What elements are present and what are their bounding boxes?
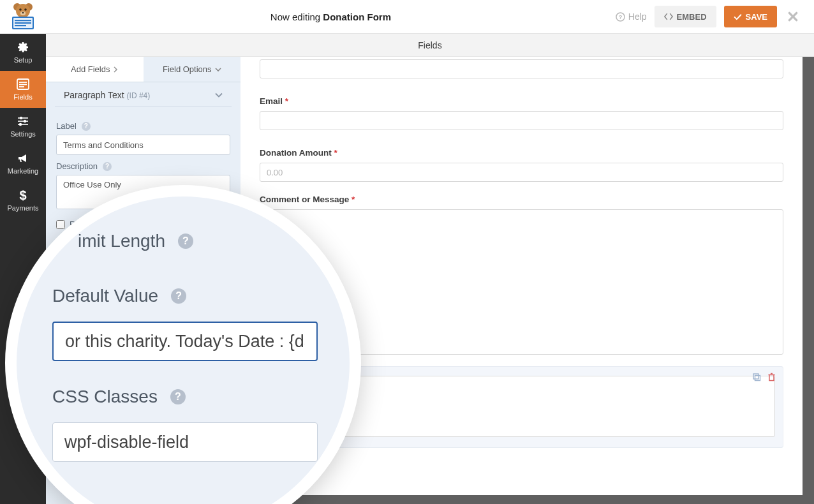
svg-rect-25 (753, 374, 759, 379)
chevron-down-icon (215, 93, 223, 98)
required-asterisk: * (285, 96, 288, 106)
css-classes-section: CSS Classes ? (52, 387, 318, 462)
option-label-label: Label ? (56, 121, 230, 131)
required-asterisk: * (334, 148, 337, 158)
tab-field-options-label: Field Options (163, 64, 212, 74)
amount-label: Donation Amount * (260, 148, 783, 158)
nav-setup-label: Setup (14, 56, 33, 64)
embed-button[interactable]: EMBED (655, 6, 716, 27)
field-name (260, 59, 783, 78)
svg-rect-9 (15, 20, 31, 21)
help-label: Help (628, 11, 647, 22)
name-input[interactable] (260, 59, 783, 78)
option-description-label: Description ? (56, 161, 230, 171)
list-icon (17, 78, 29, 91)
page-title: Now editing Donation Form (46, 11, 616, 22)
amount-label-text: Donation Amount (260, 148, 332, 158)
label-input[interactable] (56, 135, 230, 155)
gear-icon (17, 41, 29, 54)
nav-marketing[interactable]: Marketing (0, 145, 46, 182)
subheader: Fields (46, 34, 814, 57)
subheader-title: Fields (418, 40, 441, 50)
help-icon[interactable]: ? (178, 233, 193, 249)
svg-point-23 (19, 123, 22, 126)
close-button[interactable] (785, 11, 801, 22)
help-icon[interactable]: ? (103, 162, 112, 171)
option-description-text: Description (56, 161, 98, 171)
svg-point-19 (20, 117, 22, 119)
chevron-right-icon (113, 66, 118, 73)
comment-label: Comment or Message * (260, 195, 783, 204)
field-donation-amount: Donation Amount * (260, 148, 783, 182)
tab-add-fields-label: Add Fields (71, 64, 110, 74)
svg-rect-10 (15, 22, 31, 24)
nav-payments[interactable]: $ Payments (0, 182, 46, 219)
svg-text:$: $ (19, 189, 26, 202)
field-id: (ID #4) (127, 91, 151, 100)
css-classes-text: CSS Classes (52, 387, 158, 407)
limit-length-label: imit Length ? (78, 231, 318, 251)
nav-fields[interactable]: Fields (0, 71, 46, 108)
limit-length-text: imit Length (78, 231, 165, 251)
comment-label-text: Comment or Message (260, 195, 349, 204)
duplicate-icon[interactable] (752, 373, 761, 382)
nav-fields-label: Fields (13, 93, 32, 101)
amount-input[interactable] (260, 163, 783, 182)
help-icon[interactable]: ? (82, 122, 91, 131)
field-type: Paragraph Text (ID #4) (64, 90, 150, 100)
top-bar: Now editing Donation Form ? Help EMBED S… (0, 0, 814, 34)
default-value-label: Default Value ? (52, 286, 318, 306)
form-name: Donation Form (323, 11, 391, 22)
tab-add-fields[interactable]: Add Fields (46, 57, 144, 82)
embed-label: EMBED (677, 12, 707, 22)
default-value-text: Default Value (52, 286, 158, 306)
side-tabs: Add Fields Field Options (46, 57, 241, 82)
chevron-down-icon (215, 67, 221, 72)
help-icon[interactable]: ? (171, 288, 186, 304)
bear-logo-icon (8, 1, 38, 31)
title-prefix: Now editing (270, 11, 320, 22)
trash-icon[interactable] (767, 373, 776, 382)
close-icon (787, 11, 799, 22)
default-value-section: Default Value ? (52, 286, 318, 361)
check-icon (734, 13, 742, 21)
svg-text:?: ? (618, 13, 622, 20)
css-classes-input[interactable] (52, 422, 318, 462)
svg-rect-26 (755, 376, 760, 381)
save-button[interactable]: SAVE (724, 6, 777, 27)
nav-settings[interactable]: Settings (0, 108, 46, 145)
email-label-text: Email (260, 96, 283, 106)
nav-settings-label: Settings (10, 130, 36, 138)
field-row-tools (752, 373, 776, 382)
svg-rect-11 (15, 25, 26, 26)
tab-field-options[interactable]: Field Options (144, 57, 241, 82)
svg-point-4 (24, 8, 27, 11)
default-value-input[interactable] (52, 322, 318, 361)
wpforms-logo (0, 0, 46, 34)
option-label-text: Label (56, 121, 77, 131)
field-header[interactable]: Paragraph Text (ID #4) (55, 82, 232, 107)
required-asterisk: * (352, 195, 355, 204)
svg-point-21 (24, 120, 26, 122)
top-actions: ? Help EMBED SAVE (616, 6, 814, 27)
required-checkbox-input[interactable] (56, 220, 65, 229)
email-input[interactable] (260, 111, 783, 130)
help-link[interactable]: ? Help (616, 11, 647, 22)
field-type-name: Paragraph Text (64, 90, 124, 100)
svg-point-3 (19, 8, 22, 11)
nav-marketing-label: Marketing (8, 167, 38, 175)
svg-point-6 (22, 11, 24, 13)
code-icon (664, 12, 673, 21)
help-icon: ? (616, 12, 625, 22)
field-email: Email * (260, 96, 783, 130)
zoom-content: imit Length ? Default Value ? CSS Classe… (17, 196, 350, 504)
email-label: Email * (260, 96, 783, 106)
sliders-icon (17, 115, 29, 128)
dollar-icon: $ (17, 189, 29, 202)
nav-setup[interactable]: Setup (0, 34, 46, 71)
bullhorn-icon (17, 152, 29, 165)
help-icon[interactable]: ? (170, 389, 186, 404)
nav-payments-label: Payments (8, 204, 39, 212)
save-label: SAVE (746, 12, 767, 22)
css-classes-label: CSS Classes ? (52, 387, 318, 407)
